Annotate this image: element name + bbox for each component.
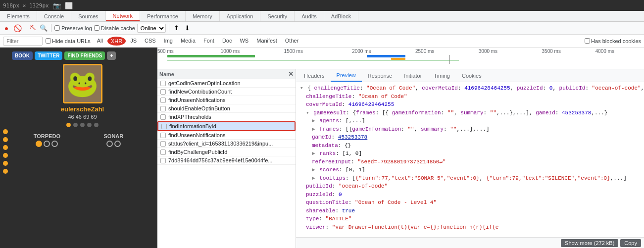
checkbox-1[interactable] [160,81,166,86]
tab-console[interactable]: Console [37,11,71,21]
side-dots [3,129,8,174]
has-blocked-cookies-label[interactable]: Has blocked cookies [585,38,641,44]
json-line-2: coverMetaId: 41696428464255 [300,100,640,109]
list-item[interactable]: findUnseenNotifications [157,96,296,104]
has-blocked-cookies-checkbox[interactable] [585,38,590,44]
show-more-button[interactable]: Show more (272 kB) [561,239,618,247]
item-name-4: shouldEnableOptinButton [168,105,230,111]
tab-performance[interactable]: Performance [140,11,186,21]
item-name-5: findXPThresholds [168,114,211,120]
list-item[interactable]: shouldEnableOptinButton [157,104,296,113]
find-friends-button[interactable]: FIND FRIENDS [64,51,105,60]
hide-data-urls-label[interactable]: Hide data URLs [46,38,91,44]
filter-icon[interactable]: ⛏ [28,24,37,33]
list-item[interactable]: status?client_id=165331130336219&inpu... [157,140,296,148]
sub-tab-headers[interactable]: Headers [298,69,331,82]
torpedo-circle-2 [44,141,50,147]
json-line-9: refereeInput: "seed=-792880197373214850↵… [300,158,640,166]
filter-tag-css[interactable]: CSS [141,37,159,46]
checkbox-10[interactable] [160,158,166,163]
sub-tab-preview[interactable]: Preview [331,69,362,82]
tab-application[interactable]: Application [220,11,261,21]
copy-button[interactable]: Copy [620,239,641,247]
item-name-3: findUnseenNotifications [168,97,226,103]
filter-tag-other[interactable]: Other [282,37,302,46]
book-button[interactable]: BOOK [12,51,33,60]
json-line-14: questionTitle: "Ocean of Code - Level 4" [300,198,640,207]
record-button[interactable]: ● [2,24,11,33]
import-button[interactable]: ⬆ [172,24,181,33]
export-button[interactable]: ⬇ [183,24,192,33]
checkbox-7[interactable] [160,133,166,138]
preserve-log-checkbox[interactable] [54,25,60,31]
network-list-header: Name ✕ [157,69,296,79]
filter-tags: All XHR JS CSS Img Media Font Doc WS Man… [94,37,302,46]
list-item[interactable]: findUnseenNotifications [157,131,296,140]
json-line-7: metadata: {} [300,142,640,150]
filter-tag-media[interactable]: Media [177,37,199,46]
json-line-15: shareable: true [300,207,640,215]
json-line-16: type: "BATTLE" [300,215,640,223]
checkbox-9[interactable] [160,149,166,155]
json-viewer[interactable]: ▾ { challengeTitle: "Ocean of Code", cov… [296,82,644,237]
sub-tab-response[interactable]: Response [362,69,398,82]
throttle-select[interactable]: Online [137,24,166,33]
tab-audits[interactable]: Audits [295,11,324,21]
filter-tag-all[interactable]: All [94,37,106,46]
hide-data-urls-checkbox[interactable] [46,38,51,44]
tab-security[interactable]: Security [260,11,295,21]
filter-input[interactable] [3,37,43,46]
tab-elements[interactable]: Elements [0,11,37,21]
disable-cache-label[interactable]: Disable cache [94,25,135,31]
search-button[interactable]: 🔍 [39,24,48,33]
checkbox-8[interactable] [160,141,166,147]
checkbox-2[interactable] [160,89,166,95]
tab-memory[interactable]: Memory [186,11,220,21]
sub-tab-initiator[interactable]: Initiator [398,69,428,82]
side-dot-5 [3,161,8,166]
sub-tab-cookies[interactable]: Cookies [456,69,488,82]
filter-tag-js[interactable]: JS [127,37,140,46]
screenshot-icon[interactable]: 📷 [53,2,61,9]
checkbox-4[interactable] [160,106,166,111]
twitter-button[interactable]: TWITTER [35,51,62,60]
checkbox-5[interactable] [160,114,166,120]
list-item[interactable]: findByChallengePublicId [157,148,296,156]
filter-bar: Hide data URLs All XHR JS CSS Img Media … [0,35,644,48]
list-item[interactable]: findNewContributionCount [157,88,296,96]
inspect-icon[interactable]: ⬜ [65,2,73,9]
sonar-label: SONAR [104,133,124,139]
side-dot-6 [3,169,8,174]
filter-tag-img[interactable]: Img [160,37,176,46]
clear-button[interactable]: 🚫 [13,24,22,33]
json-line-13: puzzleId: 0 [300,191,640,199]
json-line-5: ▶ frames: [{gameInformation: "", summary… [300,125,640,134]
filter-tag-font[interactable]: Font [200,37,218,46]
checkbox-6[interactable] [161,124,167,129]
filter-tag-manifest[interactable]: Manifest [253,37,281,46]
network-list-panel: Name ✕ getCodinGamerOptinLocation findNe… [157,69,296,248]
checkbox-3[interactable] [160,98,166,103]
filter-tag-xhr[interactable]: XHR [107,37,126,46]
close-list-icon[interactable]: ✕ [288,70,294,78]
timeline: 500 ms 1000 ms 1500 ms 2000 ms 2500 ms 3… [157,48,644,69]
list-item-selected[interactable]: findInformationById [157,121,296,131]
sub-tab-timing[interactable]: Timing [428,69,456,82]
preview-panel: Headers Preview Response Initiator Timin… [296,69,644,248]
item-name-1: getCodinGamerOptinLocation [168,80,241,86]
list-item[interactable]: findXPThresholds [157,113,296,121]
list-item[interactable]: 7dd89464dd756c37ab9ee94ef15e0044fe... [157,156,296,165]
torpedo-circle-1 [36,141,42,147]
dimensions-label: 918px × 1329px [3,2,49,9]
plus-button[interactable]: + [107,51,116,60]
tab-adblock[interactable]: AdBlock [324,11,358,21]
torpedo-circle-3 [51,141,58,147]
list-item[interactable]: getCodinGamerOptinLocation [157,79,296,88]
filter-tag-doc[interactable]: Doc [219,37,236,46]
preserve-log-label[interactable]: Preserve log [54,25,92,31]
disable-cache-checkbox[interactable] [94,25,99,31]
tab-network[interactable]: Network [106,11,140,21]
filter-tag-ws[interactable]: WS [236,37,252,46]
tab-sources[interactable]: Sources [71,11,105,21]
json-line-8: ▶ ranks: [1, 0] [300,149,640,158]
